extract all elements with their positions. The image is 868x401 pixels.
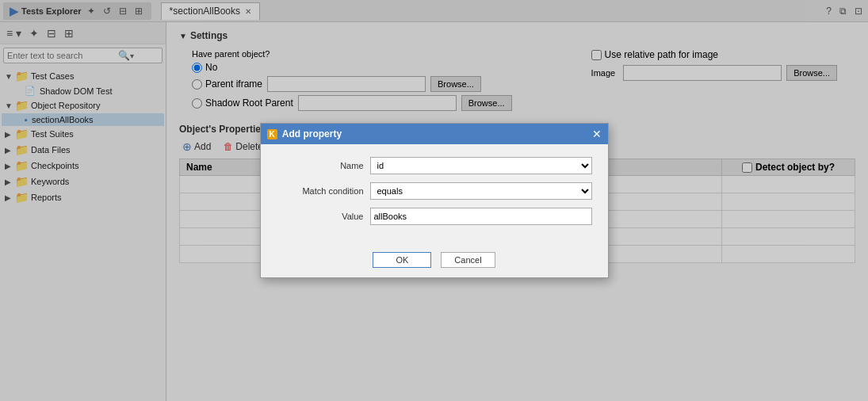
dialog-value-label: Value [277,212,364,221]
dialog-body: Name id class name xpath css Match condi… [261,144,608,246]
dialog-footer: OK Cancel [261,246,608,277]
dialog-match-condition-label: Match condition [277,186,364,196]
dialog-match-condition-row: Match condition equals contains starts w… [277,182,592,200]
dialog-name-select[interactable]: id class name xpath css [370,157,592,174]
dialog-value-input[interactable] [370,208,592,225]
dialog-name-label: Name [277,161,364,170]
dialog-value-row: Value [277,208,592,225]
add-property-dialog: K Add property ✕ Name id class name xpat… [260,123,609,278]
dialog-match-condition-select[interactable]: equals contains starts with ends with ma… [370,182,592,200]
dialog-cancel-button[interactable]: Cancel [441,252,495,268]
dialog-name-row: Name id class name xpath css [277,157,592,174]
modal-overlay: K Add property ✕ Name id class name xpat… [0,0,868,401]
dialog-title: K Add property [267,128,342,139]
dialog-ok-button[interactable]: OK [373,252,431,268]
dialog-close-icon[interactable]: ✕ [592,128,602,140]
dialog-logo-icon: K [267,129,277,139]
dialog-title-bar: K Add property ✕ [261,124,608,144]
